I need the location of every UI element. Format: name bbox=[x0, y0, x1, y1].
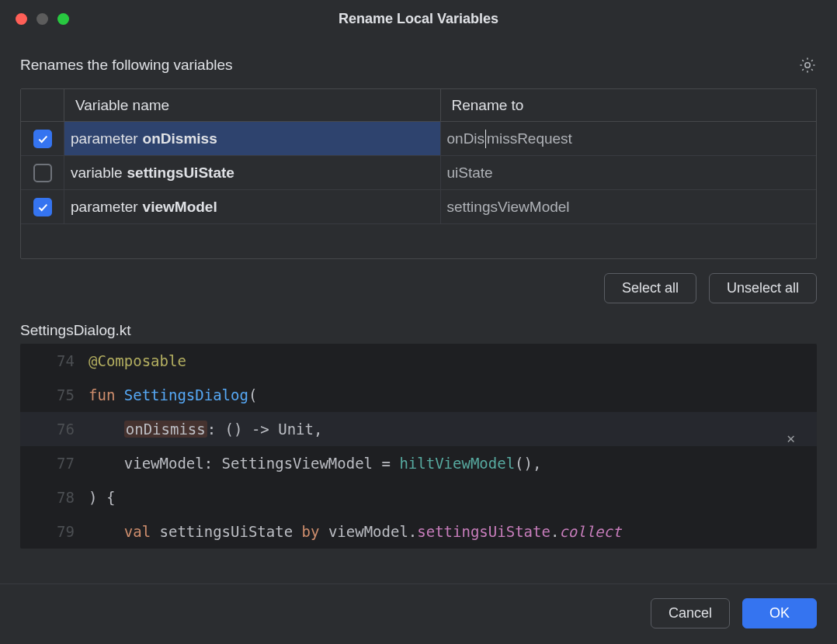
window-title: Rename Local Variables bbox=[339, 11, 498, 27]
table-row[interactable]: parameter onDismiss onDismissRequest bbox=[21, 122, 816, 156]
close-icon[interactable]: ✕ bbox=[787, 421, 795, 455]
table-empty-row bbox=[21, 224, 816, 258]
traffic-lights bbox=[0, 13, 69, 25]
row-checkbox[interactable] bbox=[33, 198, 52, 216]
window-close-button[interactable] bbox=[16, 13, 27, 25]
rename-input[interactable]: onDismissRequest bbox=[441, 122, 817, 155]
rename-cell[interactable]: settingsViewModel bbox=[441, 190, 817, 223]
window-maximize-button[interactable] bbox=[57, 13, 69, 25]
row-checkbox[interactable] bbox=[33, 164, 52, 182]
rename-cell[interactable]: uiState bbox=[441, 156, 817, 189]
variable-cell[interactable]: parameter onDismiss bbox=[64, 122, 441, 155]
variable-cell[interactable]: variable settingsUiState bbox=[64, 156, 441, 189]
line-number: 79 bbox=[20, 514, 89, 549]
column-header-rename[interactable]: Rename to bbox=[441, 89, 817, 121]
line-number: 75 bbox=[20, 378, 89, 412]
select-all-button[interactable]: Select all bbox=[604, 273, 696, 303]
variables-table: Variable name Rename to parameter onDism… bbox=[20, 88, 817, 259]
preview-filename: SettingsDialog.kt bbox=[20, 322, 817, 339]
line-number: 74 bbox=[20, 344, 89, 378]
dialog-footer: Cancel OK bbox=[0, 583, 837, 644]
titlebar: Rename Local Variables bbox=[0, 0, 837, 37]
table-row[interactable]: parameter viewModel settingsViewModel bbox=[21, 190, 816, 224]
line-number: 76 bbox=[20, 412, 89, 446]
unselect-all-button[interactable]: Unselect all bbox=[709, 273, 817, 303]
cancel-button[interactable]: Cancel bbox=[651, 598, 730, 628]
line-number: 77 bbox=[20, 446, 89, 480]
variable-cell[interactable]: parameter viewModel bbox=[64, 190, 441, 223]
row-checkbox[interactable] bbox=[33, 130, 52, 148]
line-number: 78 bbox=[20, 480, 89, 514]
gear-icon[interactable] bbox=[798, 56, 817, 74]
column-header-name[interactable]: Variable name bbox=[64, 89, 441, 121]
dialog-subtitle: Renames the following variables bbox=[20, 57, 233, 74]
table-row[interactable]: variable settingsUiState uiState bbox=[21, 156, 816, 190]
text-caret bbox=[485, 130, 486, 148]
ok-button[interactable]: OK bbox=[742, 598, 817, 628]
svg-point-0 bbox=[805, 63, 810, 68]
code-preview: 74 @Composable 75 fun SettingsDialog( 76… bbox=[20, 344, 817, 549]
table-header: Variable name Rename to bbox=[21, 89, 816, 122]
window-minimize-button[interactable] bbox=[36, 13, 48, 25]
